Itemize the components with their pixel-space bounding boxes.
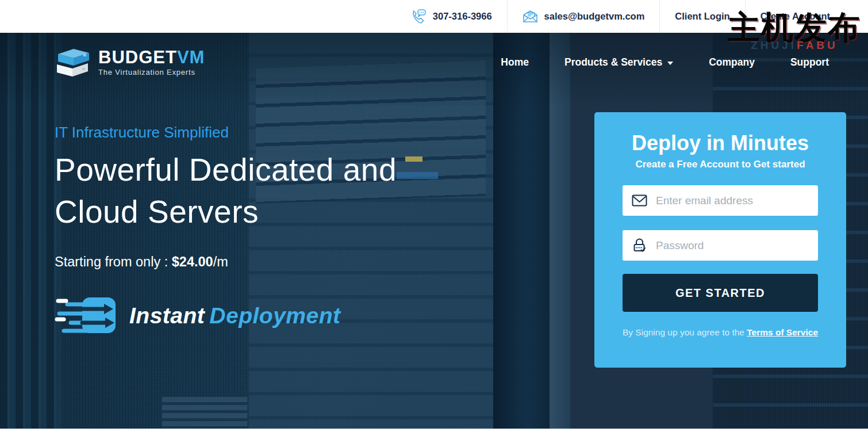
terms-of-service-link[interactable]: Terms of Service	[747, 327, 818, 337]
phone-icon	[411, 9, 427, 24]
instant-deployment-badge: InstantDeployment	[55, 294, 397, 338]
server-bezel-detail	[397, 172, 438, 179]
terms-text: By Signing up you agree to the Terms of …	[623, 327, 818, 338]
hero-copy: IT Infrastructure Simplified Powerful De…	[55, 124, 397, 338]
main-menu: Home Products & Services Company Support	[501, 56, 829, 68]
envelope-icon	[632, 194, 647, 207]
rack-pillar	[493, 33, 550, 429]
instant-deployment-icon	[55, 294, 119, 338]
client-login-link[interactable]: Client Login	[660, 11, 744, 22]
email-icon	[523, 10, 538, 23]
main-navbar: BUDGETVM The Virtualization Experts Home…	[55, 45, 829, 79]
email-field[interactable]	[623, 185, 818, 216]
price-value: $24.00	[172, 254, 213, 269]
nav-item-company[interactable]: Company	[709, 56, 755, 68]
nav-item-products-services[interactable]: Products & Services	[564, 56, 673, 68]
headline-line-2: Cloud Servers	[55, 191, 397, 233]
instant-deployment-label: InstantDeployment	[129, 303, 341, 329]
lock-icon	[632, 238, 647, 253]
price-line: Starting from only : $24.00/m	[55, 254, 397, 270]
brand-text: BUDGETVM The Virtualization Experts	[98, 48, 205, 77]
terms-prefix: By Signing up you agree to the	[623, 327, 747, 337]
price-suffix: /m	[213, 254, 228, 269]
brand-name: BUDGETVM	[98, 48, 205, 66]
signup-subtitle: Create a Free Account to Get started	[635, 159, 805, 170]
server-rack-left	[0, 33, 62, 429]
price-prefix: Starting from only :	[55, 254, 172, 269]
server-slats-bottom	[162, 397, 247, 429]
password-field[interactable]	[623, 230, 818, 261]
server-label-detail	[405, 156, 423, 162]
nav-item-home[interactable]: Home	[501, 56, 529, 68]
password-input[interactable]	[655, 239, 809, 253]
phone-contact[interactable]: 307-316-3966	[396, 9, 507, 24]
hero-headline: Powerful Dedicated and Cloud Servers	[55, 149, 397, 233]
email-address: sales@budgetvm.com	[544, 11, 645, 22]
email-input[interactable]	[655, 194, 809, 208]
chevron-down-icon	[667, 62, 673, 65]
signup-title: Deploy in Minutes	[632, 131, 809, 155]
nav-item-support[interactable]: Support	[790, 56, 829, 68]
brand-logo[interactable]: BUDGETVM The Virtualization Experts	[55, 45, 205, 79]
hero-section: BUDGETVM The Virtualization Experts Home…	[0, 33, 868, 429]
get-started-button[interactable]: GET STARTED	[623, 274, 818, 312]
brand-tagline: The Virtualization Experts	[98, 68, 205, 77]
topbar: 307-316-3966 sales@budgetvm.com Client L…	[0, 0, 868, 33]
create-account-link[interactable]: Create Account	[746, 11, 845, 22]
hero-kicker: IT Infrastructure Simplified	[55, 124, 397, 142]
page: 307-316-3966 sales@budgetvm.com Client L…	[0, 0, 868, 443]
phone-number: 307-316-3966	[433, 11, 492, 22]
email-contact[interactable]: sales@budgetvm.com	[508, 10, 660, 23]
logo-box-icon	[55, 45, 91, 79]
headline-line-1: Powerful Dedicated and	[55, 149, 397, 191]
rack-door-edge	[550, 33, 570, 429]
signup-card: Deploy in Minutes Create a Free Account …	[594, 112, 846, 368]
